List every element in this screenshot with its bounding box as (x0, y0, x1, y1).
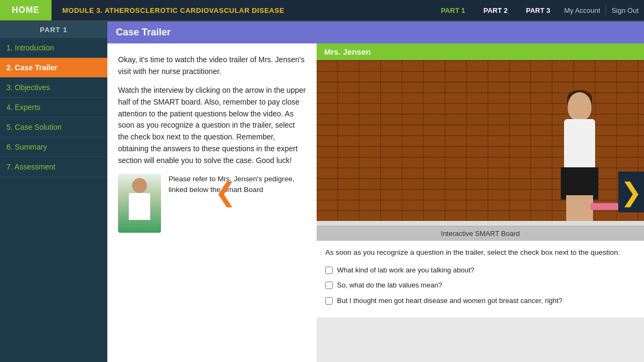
question-label-2: So, what do the lab values mean? (337, 280, 442, 290)
video-placeholder[interactable] (317, 60, 644, 221)
char-body (564, 119, 595, 173)
sidebar-item-intro[interactable]: 1. Introduction (0, 38, 107, 58)
prev-arrow[interactable]: ❮ (215, 177, 236, 207)
question-label-1: What kind of lab work are you talking ab… (337, 265, 474, 275)
question-label-3: But I thought men got heart disease and … (337, 296, 562, 306)
sign-out-link[interactable]: Sign Out (606, 6, 644, 14)
char-skirt (561, 167, 598, 200)
nav-parts: PART 1 PART 2 PART 3 (432, 0, 559, 21)
question-item-1: What kind of lab work are you talking ab… (325, 265, 635, 275)
top-navigation: HOME MODULE 3. ATHEROSCLEROTIC CARDIOVAS… (0, 0, 644, 21)
sidebar-item-summary[interactable]: 6. Summary (0, 137, 107, 157)
sidebar: PART 1 1. Introduction 2. Case Trailer 3… (0, 21, 107, 362)
content-body: Okay, it's time to watch the video trail… (107, 43, 644, 362)
left-panel: Okay, it's time to watch the video trail… (107, 43, 317, 362)
smartboard-content: As soon as you recognize a question in t… (317, 241, 644, 317)
sidebar-item-assessment[interactable]: 7. Assessment (0, 157, 107, 177)
smartboard-instruction: As soon as you recognize a question in t… (325, 247, 635, 258)
intro-paragraph: Okay, it's time to watch the video trail… (118, 54, 306, 77)
question-item-3: But I thought men got heart disease and … (325, 296, 635, 306)
next-arrow[interactable]: ❯ (618, 172, 644, 212)
checkbox-q2[interactable] (325, 282, 333, 289)
char-head (568, 92, 591, 120)
instructions-paragraph: Watch the interview by clicking on the a… (118, 85, 306, 166)
smartboard-area: Interactive SMART Board As soon as you r… (317, 226, 644, 362)
right-panel: Mrs. Jensen I (317, 43, 644, 362)
video-area: Mrs. Jensen (317, 43, 644, 226)
main-layout: PART 1 1. Introduction 2. Case Trailer 3… (0, 21, 644, 362)
sidebar-item-experts[interactable]: 4. Experts (0, 98, 107, 117)
my-account-link[interactable]: My Account (559, 6, 605, 14)
smartboard-header: Interactive SMART Board (317, 226, 644, 241)
sidebar-header: PART 1 (0, 21, 107, 38)
doctor-text: Please refer to Mrs. Jensen's pedigree, … (169, 174, 306, 196)
module-title: MODULE 3. ATHEROSCLEROTIC CARDIOVASCULAR… (52, 6, 295, 14)
nav-part3[interactable]: PART 3 (517, 0, 559, 21)
checkbox-q3[interactable] (325, 297, 333, 305)
character-name-label: Mrs. Jensen (317, 43, 644, 60)
sidebar-item-objectives[interactable]: 3. Objectives (0, 78, 107, 98)
home-button[interactable]: HOME (0, 0, 52, 20)
nav-part2[interactable]: PART 2 (475, 0, 516, 21)
module-number: MODULE 3. (62, 6, 103, 14)
character-figure (547, 92, 612, 221)
sidebar-item-case-solution[interactable]: 5. Case Solution (0, 117, 107, 137)
content-area: Case Trailer Okay, it's time to watch th… (107, 21, 644, 362)
doctor-image (118, 174, 161, 233)
question-item-2: So, what do the lab values mean? (325, 280, 635, 290)
content-header: Case Trailer (107, 21, 644, 43)
module-name: ATHEROSCLEROTIC CARDIOVASCULAR DISEASE (105, 6, 284, 14)
char-legs (566, 195, 593, 221)
doctor-section: Please refer to Mrs. Jensen's pedigree, … (118, 174, 306, 233)
nav-part1[interactable]: PART 1 (432, 0, 473, 21)
checkbox-q1[interactable] (325, 267, 333, 274)
sidebar-item-case-trailer[interactable]: 2. Case Trailer (0, 58, 107, 78)
